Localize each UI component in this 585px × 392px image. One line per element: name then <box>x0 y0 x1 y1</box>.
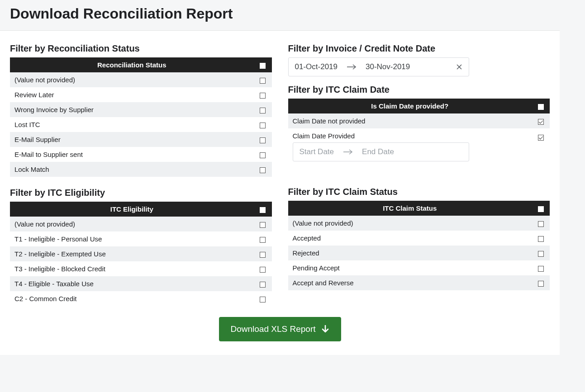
row-label: Lock Match <box>10 162 254 177</box>
download-button-wrap: Download XLS Report <box>10 317 550 341</box>
invoice-date-start: 01-Oct-2019 <box>295 62 338 71</box>
itc-eligibility-header: ITC Eligibility <box>10 202 254 217</box>
recon-status-row-checkbox[interactable] <box>260 108 266 113</box>
row-check-cell <box>254 102 272 117</box>
page-title: Download Reconciliation Report <box>10 5 550 22</box>
page-header: Download Reconciliation Report <box>0 0 560 31</box>
row-check-cell <box>254 87 272 102</box>
row-check-cell <box>254 291 272 306</box>
claim-date-range-input[interactable]: Start Date End Date <box>293 142 469 161</box>
claim-date-header: Is Claim Date provided? <box>288 99 532 113</box>
row-check-cell <box>532 231 550 246</box>
download-xls-button[interactable]: Download XLS Report <box>219 317 341 341</box>
table-row: E-Mail to Supplier sent <box>10 147 272 162</box>
columns-wrapper: Filter by Reconciliation Status Reconcil… <box>10 39 550 306</box>
recon-status-row-checkbox[interactable] <box>260 152 266 158</box>
row-check-cell <box>532 216 550 231</box>
row-check-cell <box>532 275 550 290</box>
claim-status-header: ITC Claim Status <box>288 201 532 216</box>
row-label: Review Later <box>10 87 254 102</box>
table-row: Lock Match <box>10 162 272 177</box>
row-check-cell <box>254 162 272 177</box>
claim-status-row-checkbox[interactable] <box>538 236 544 242</box>
claim-date-table: Is Claim Date provided? Claim Date not p… <box>288 99 550 165</box>
recon-status-row-checkbox[interactable] <box>260 123 266 128</box>
download-button-label: Download XLS Report <box>231 324 316 334</box>
recon-status-table: Reconciliation Status (Value not provide… <box>10 57 272 177</box>
table-row: T1 - Ineligible - Personal Use <box>10 231 272 246</box>
row-label: T3 - Ineligible - Blocked Credit <box>10 261 254 276</box>
table-row: Accepted <box>288 231 550 246</box>
row-label: Lost ITC <box>10 117 254 132</box>
row-check-cell <box>254 72 272 87</box>
row-check-cell <box>532 260 550 275</box>
table-row: Accept and Reverse <box>288 275 550 290</box>
table-row: (Value not provided) <box>288 216 550 231</box>
row-label: Accepted <box>288 231 532 246</box>
recon-status-row-checkbox[interactable] <box>260 167 266 173</box>
claim-date-title: Filter by ITC Claim Date <box>288 85 550 95</box>
select-all-recon-checkbox[interactable] <box>260 63 266 69</box>
row-label: (Value not provided) <box>288 216 532 231</box>
row-label: Pending Accept <box>288 260 532 275</box>
row-check-cell <box>254 217 272 231</box>
claim-status-row-checkbox[interactable] <box>538 251 544 257</box>
recon-status-title: Filter by Reconciliation Status <box>10 43 272 54</box>
row-check-cell <box>254 132 272 147</box>
claim-date-end-placeholder: End Date <box>362 147 394 156</box>
table-row: Rejected <box>288 246 550 260</box>
right-column: Filter by Invoice / Credit Note Date 01-… <box>288 39 550 306</box>
invoice-date-end: 30-Nov-2019 <box>366 62 410 71</box>
close-icon[interactable] <box>456 64 462 70</box>
content-area: Filter by Reconciliation Status Reconcil… <box>0 31 560 355</box>
row-check-cell <box>532 246 550 260</box>
row-check-cell <box>254 246 272 261</box>
claim-status-row-checkbox[interactable] <box>538 266 544 272</box>
itc-eligibility-row-checkbox[interactable] <box>260 297 266 302</box>
itc-eligibility-header-check <box>254 202 272 217</box>
row-check-cell <box>254 261 272 276</box>
itc-eligibility-row-checkbox[interactable] <box>260 267 266 273</box>
row-label: Rejected <box>288 246 532 260</box>
recon-status-header: Reconciliation Status <box>10 57 254 72</box>
itc-eligibility-row-checkbox[interactable] <box>260 222 266 228</box>
claim-date-provided-cell: Claim Date Provided Start Date End Date <box>288 128 532 165</box>
row-check-cell <box>254 276 272 291</box>
table-row: E-Mail Supplier <box>10 132 272 147</box>
recon-status-row-checkbox[interactable] <box>260 78 266 84</box>
row-label: (Value not provided) <box>10 72 254 87</box>
recon-status-row-checkbox[interactable] <box>260 137 266 143</box>
claim-status-row-checkbox[interactable] <box>538 221 544 227</box>
row-label: C2 - Common Credit <box>10 291 254 306</box>
table-row: T4 - Eligible - Taxable Use <box>10 276 272 291</box>
select-all-claim-date-checkbox[interactable] <box>538 104 544 110</box>
table-row: Claim Date Provided Start Date End Date <box>288 128 550 165</box>
row-label: E-Mail to Supplier sent <box>10 147 254 162</box>
claim-status-row-checkbox[interactable] <box>538 281 544 287</box>
page: Download Reconciliation Report Filter by… <box>0 0 560 355</box>
itc-eligibility-title: Filter by ITC Eligibility <box>10 188 272 198</box>
select-all-claim-status-checkbox[interactable] <box>538 206 544 212</box>
table-row: Wrong Invoice by Supplier <box>10 102 272 117</box>
itc-eligibility-row-checkbox[interactable] <box>260 252 266 258</box>
table-row: T3 - Ineligible - Blocked Credit <box>10 261 272 276</box>
row-check-cell <box>254 147 272 162</box>
claim-status-title: Filter by ITC Claim Status <box>288 187 550 197</box>
claim-status-header-check <box>532 201 550 216</box>
claim-date-provided-checkbox[interactable] <box>538 135 544 141</box>
claim-date-not-provided-checkbox[interactable] <box>538 119 544 125</box>
claim-date-provided-label: Claim Date Provided <box>293 132 528 140</box>
itc-eligibility-row-checkbox[interactable] <box>260 282 266 288</box>
invoice-date-title: Filter by Invoice / Credit Note Date <box>288 43 550 54</box>
table-row: (Value not provided) <box>10 72 272 87</box>
download-icon <box>321 325 329 333</box>
table-row: C2 - Common Credit <box>10 291 272 306</box>
row-label: Wrong Invoice by Supplier <box>10 102 254 117</box>
invoice-date-range-input[interactable]: 01-Oct-2019 30-Nov-2019 <box>288 57 469 76</box>
left-column: Filter by Reconciliation Status Reconcil… <box>10 39 272 306</box>
select-all-eligibility-checkbox[interactable] <box>260 207 266 213</box>
row-label: T1 - Ineligible - Personal Use <box>10 231 254 246</box>
claim-status-table: ITC Claim Status (Value not provided)Acc… <box>288 201 550 290</box>
itc-eligibility-row-checkbox[interactable] <box>260 237 266 243</box>
recon-status-row-checkbox[interactable] <box>260 93 266 99</box>
